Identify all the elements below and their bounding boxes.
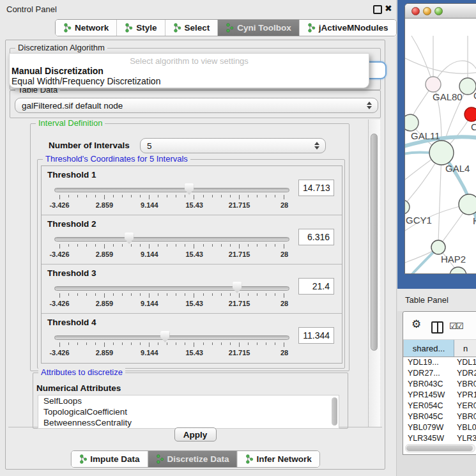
minimize-traffic-light-icon[interactable] (423, 7, 431, 15)
tab[interactable]: Impute Data (71, 451, 148, 467)
threshold-slider[interactable]: -3.4262.8599.14415.4321.71528 (54, 183, 289, 213)
tick-mark (194, 195, 194, 199)
threshold-slider[interactable]: -3.4262.8599.14415.4321.71528 (54, 330, 289, 361)
table-cell[interactable]: YER054C (403, 401, 454, 411)
horizontal-scrollbar[interactable] (405, 444, 475, 452)
table-cell[interactable]: YBR045C (403, 411, 454, 422)
attribute-list-item[interactable]: BetweennessCentrality (38, 417, 339, 428)
tab[interactable]: jActiveMNodules (300, 20, 396, 36)
tick-mark (257, 293, 257, 296)
slider-thumb[interactable] (125, 233, 134, 244)
node-gal4[interactable] (429, 141, 454, 165)
horizontal-scrollbar-thumb[interactable] (406, 445, 473, 451)
tick-mark (122, 195, 123, 197)
column-header-shared[interactable]: shared... (403, 340, 454, 357)
threshold-slider[interactable]: -3.4262.8599.14415.4321.71528 (54, 281, 289, 312)
table-row[interactable]: YBL079W YBL0 (403, 422, 476, 433)
tick-mark (230, 195, 231, 197)
table-cell[interactable]: YDL19... (403, 357, 454, 368)
table-row[interactable]: YBR043C YBR0 (403, 379, 476, 390)
table-cell[interactable]: YBR043C (403, 379, 454, 390)
vertical-scrollbar[interactable] (369, 119, 380, 427)
algorithm-option-equal-width[interactable]: Equal Width/Frequency Discretization (12, 76, 160, 86)
bottom-tabs: Impute Data Discretize Data Infer Networ… (70, 450, 319, 468)
attribute-list-item[interactable]: TopologicalCoefficient (38, 406, 339, 417)
table-cell[interactable]: YDL1 (454, 357, 476, 368)
table-cell[interactable]: YPR1 (454, 390, 476, 401)
node-hap2[interactable] (431, 240, 445, 254)
network-window-titlebar (405, 4, 476, 19)
node-gal80[interactable] (426, 77, 441, 92)
slider-tick-labels: -3.4262.8599.14415.4321.71528 (59, 201, 284, 210)
slider-thumb[interactable] (233, 282, 242, 293)
tick-mark (212, 293, 213, 296)
tick-mark (212, 195, 213, 197)
table-cell[interactable]: YDR2 (454, 368, 476, 379)
tab[interactable]: Network (56, 20, 117, 36)
attribute-list[interactable]: SelfLoopsTopologicalCoefficientBetweenne… (38, 395, 339, 429)
node-right-mid[interactable] (459, 194, 476, 215)
tick-mark (77, 342, 78, 345)
gear-icon[interactable]: ⚙ (411, 319, 421, 330)
table-cell[interactable]: YDR27... (403, 368, 454, 379)
table-row[interactable]: YLR345W YLR3 (403, 433, 476, 444)
attribute-list-item[interactable]: SelfLoops (38, 395, 339, 406)
columns-icon[interactable] (431, 321, 443, 334)
slider-ticks (59, 342, 284, 348)
table-cell[interactable]: YLR345W (403, 433, 454, 444)
panel-title: Control Panel (6, 4, 57, 14)
vertical-scrollbar-thumb[interactable] (371, 134, 378, 351)
tick-label: 15.43 (185, 250, 203, 258)
tick-mark (248, 244, 249, 247)
table-cell[interactable]: YBR0 (454, 379, 476, 390)
number-of-intervals-combobox[interactable]: 5 (140, 138, 326, 153)
table-cell[interactable]: YER0 (454, 401, 476, 411)
checkboxes-icon[interactable]: ☑☑ (449, 321, 463, 331)
network-canvas[interactable]: GAL80 G C GAL11 GAL4 GCY1 H HAP2 (405, 19, 476, 274)
table-cell[interactable]: YBR0 (454, 411, 476, 422)
tick-mark (203, 342, 204, 345)
threshold-value-field[interactable] (298, 229, 334, 245)
tab[interactable]: Cyni Toolbox (218, 20, 300, 36)
tab[interactable]: Select (165, 20, 219, 36)
zoom-traffic-light-icon[interactable] (434, 7, 443, 15)
tab[interactable]: Infer Network (237, 451, 319, 467)
table-data-combobox[interactable]: galFiltered.sif default node (15, 98, 378, 113)
threshold-slider[interactable]: -3.4262.8599.14415.4321.71528 (54, 232, 289, 263)
table-cell[interactable]: YLR3 (454, 433, 476, 444)
tick-label: 15.43 (185, 300, 203, 307)
attribute-list-scrollbar-thumb[interactable] (332, 397, 337, 426)
tab-label: Select (185, 23, 210, 33)
close-icon[interactable]: ✖ (385, 3, 392, 13)
tick-mark (149, 195, 150, 199)
tick-label: 9.144 (141, 201, 158, 209)
table-row[interactable]: YPR145W YPR1 (403, 390, 476, 401)
close-traffic-light-icon[interactable] (411, 7, 420, 15)
table-cell[interactable]: YBL0 (454, 422, 476, 433)
slider-thumb[interactable] (160, 331, 170, 342)
node-bottom-partial[interactable] (450, 267, 466, 274)
float-window-icon[interactable] (373, 5, 382, 14)
table-cell[interactable]: YBL079W (403, 422, 454, 433)
tick-mark (59, 342, 60, 347)
tick-mark (86, 244, 87, 247)
algorithm-option-manual[interactable]: Manual Discretization (12, 66, 104, 76)
threshold-value-field[interactable] (298, 180, 334, 196)
table-row[interactable]: YER054C YER0 (403, 401, 476, 411)
table-panel-title: Table Panel (405, 295, 449, 305)
node-gal11[interactable] (405, 114, 418, 131)
tick-label: 21.715 (229, 349, 250, 357)
table-row[interactable]: YDL19... YDL1 (403, 357, 476, 368)
table-row[interactable]: YBR045C YBR0 (403, 411, 476, 422)
column-header-name[interactable]: n (454, 340, 476, 357)
slider-thumb[interactable] (185, 183, 194, 195)
apply-button[interactable]: Apply (174, 427, 217, 441)
threshold-value-field[interactable] (298, 327, 334, 344)
tab[interactable]: Discretize Data (148, 451, 238, 467)
table-cell[interactable]: YPR145W (403, 390, 454, 401)
node-red-selected[interactable] (464, 107, 476, 121)
table-row[interactable]: YDR27... YDR2 (403, 368, 476, 379)
tab[interactable]: Style (117, 20, 165, 36)
node-gcy1[interactable] (405, 200, 410, 214)
threshold-value-field[interactable] (298, 278, 334, 295)
